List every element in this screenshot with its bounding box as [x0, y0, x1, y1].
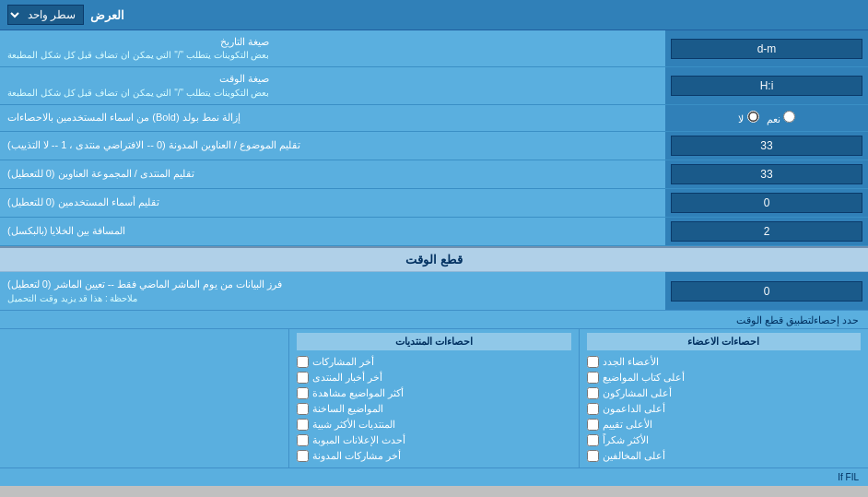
topic-titles-row: تقليم الموضوع / العناوين المدونة (0 -- ا… — [0, 132, 868, 160]
checkbox-similar-forums-input[interactable] — [297, 419, 309, 431]
forum-titles-label: تقليم المنتدى / المجموعة العناوين (0 للت… — [0, 160, 665, 188]
time-filter-input-wrapper — [665, 272, 868, 311]
bold-stats-radio-wrapper: نعم لا — [665, 105, 868, 131]
checkbox-last-blog-posts-input[interactable] — [297, 450, 309, 462]
cell-distance-label: المسافة بين الخلايا (بالبكسل) — [0, 218, 665, 245]
bold-stats-row: نعم لا إزالة نمط بولد (Bold) من اسماء ال… — [0, 105, 868, 132]
bold-stats-label: إزالة نمط بولد (Bold) من اسماء المستخدمي… — [0, 105, 665, 131]
date-format-input[interactable] — [671, 39, 862, 59]
user-names-row: تقليم أسماء المستخدمين (0 للتعطيل) — [0, 189, 868, 218]
limit-label: حدد إحصاءلتطبيق قطع الوقت — [0, 310, 868, 328]
time-format-row: صيغة الوقت بعض التكوينات يتطلب "/" التي … — [0, 67, 868, 104]
checkbox-new-members: الأعضاء الجدد — [587, 354, 861, 370]
cell-distance-input[interactable] — [671, 221, 862, 242]
checkbox-new-members-input[interactable] — [587, 356, 599, 368]
date-format-input-wrapper — [665, 30, 868, 66]
time-filter-label: فرز البيانات من يوم الماشر الماضي فقط --… — [0, 272, 665, 311]
user-names-input-wrapper — [665, 189, 868, 217]
display-dropdown[interactable]: سطر واحد — [7, 5, 84, 25]
forum-titles-row: تقليم المنتدى / المجموعة العناوين (0 للت… — [0, 160, 868, 189]
checkbox-top-writers-input[interactable] — [587, 372, 599, 384]
user-names-input[interactable] — [671, 193, 862, 213]
forum-titles-input-wrapper — [665, 160, 868, 188]
checkbox-last-news: أخر أخبار المنتدى — [297, 370, 570, 385]
checkbox-most-thanks: الأكثر شكراً — [587, 432, 861, 448]
cell-distance-input-wrapper — [665, 218, 868, 245]
cell-distance-row: المسافة بين الخلايا (بالبكسل) — [0, 218, 868, 246]
checkbox-top-sharers-input[interactable] — [587, 387, 599, 399]
topic-titles-input-wrapper — [665, 132, 868, 160]
checkboxes-container: احصاءات الاعضاء الأعضاء الجدد أعلى كتاب … — [0, 328, 868, 467]
time-format-label: صيغة الوقت بعض التكوينات يتطلب "/" التي … — [0, 67, 665, 103]
date-format-label: صيغة التاريخ بعض التكوينات يتطلب "/" الت… — [0, 30, 665, 66]
checkbox-similar-forums: المنتديات الأكثر شبية — [297, 417, 570, 432]
time-filter-input[interactable] — [671, 281, 862, 302]
time-section-header: قطع الوقت — [0, 246, 868, 272]
forum-titles-input[interactable] — [671, 164, 862, 184]
radio-yes-label: نعم — [767, 111, 795, 125]
checkbox-top-donors: أعلى الداعمون — [587, 401, 861, 417]
bottom-hint: If FIL — [0, 467, 868, 486]
checkbox-last-posts-input[interactable] — [297, 356, 309, 368]
radio-no-label: لا — [738, 111, 758, 125]
date-format-row: صيغة التاريخ بعض التكوينات يتطلب "/" الت… — [0, 30, 868, 67]
time-format-input[interactable] — [671, 76, 862, 96]
forums-col-header: احصاءات المنتديات — [297, 333, 570, 350]
main-container: العرض سطر واحد صيغة التاريخ بعض التكوينا… — [0, 0, 868, 486]
stats-col-left: احصاءات الاعضاء الأعضاء الجدد أعلى كتاب … — [579, 329, 868, 467]
checkbox-last-posts: أخر المشاركات — [297, 354, 570, 370]
checkbox-most-thanks-input[interactable] — [587, 434, 599, 446]
checkbox-hot-topics: المواضيع الساخنة — [297, 401, 570, 417]
time-filter-row: فرز البيانات من يوم الماشر الماضي فقط --… — [0, 272, 868, 311]
checkbox-last-blog-posts: أخر مشاركات المدونة — [297, 448, 570, 464]
checkbox-most-viewed: أكثر المواضيع مشاهدة — [297, 385, 570, 401]
radio-yes[interactable] — [783, 111, 795, 123]
radio-no[interactable] — [747, 111, 759, 123]
checkbox-top-violators: أعلى المخالفين — [587, 448, 861, 464]
checkbox-latest-ads: أحدث الإعلانات المبوبة — [297, 432, 570, 448]
checkbox-hot-topics-input[interactable] — [297, 403, 309, 415]
checkbox-top-violators-input[interactable] — [587, 450, 599, 462]
topic-titles-input[interactable] — [671, 136, 862, 156]
members-col-header: احصاءات الاعضاء — [587, 333, 861, 350]
stats-col-right — [0, 329, 288, 467]
checkbox-top-rated: الأعلى تقييم — [587, 417, 861, 432]
checkbox-top-writers: أعلى كتاب المواضيع — [587, 370, 861, 385]
checkbox-top-sharers: أعلى المشاركون — [587, 385, 861, 401]
checkbox-latest-ads-input[interactable] — [297, 434, 309, 446]
topic-titles-label: تقليم الموضوع / العناوين المدونة (0 -- ا… — [0, 132, 665, 160]
checkbox-top-rated-input[interactable] — [587, 419, 599, 431]
user-names-label: تقليم أسماء المستخدمين (0 للتعطيل) — [0, 189, 665, 217]
checkbox-last-news-input[interactable] — [297, 372, 309, 384]
header-row: العرض سطر واحد — [0, 0, 868, 30]
time-format-input-wrapper — [665, 67, 868, 103]
stats-col-middle: احصاءات المنتديات أخر المشاركات أخر أخبا… — [288, 329, 578, 467]
checkbox-most-viewed-input[interactable] — [297, 387, 309, 399]
checkbox-top-donors-input[interactable] — [587, 403, 599, 415]
header-label: العرض — [90, 8, 124, 22]
